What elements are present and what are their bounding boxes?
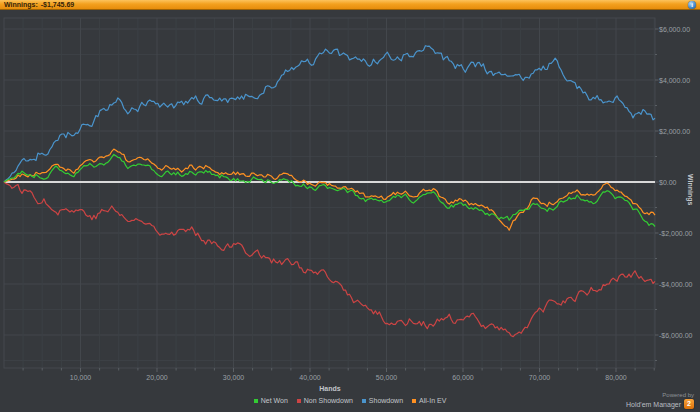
winnings-chart: 10,00020,00030,00040,00050,00060,00070,0… [0, 0, 700, 412]
y-tick-label: -$4,000.00 [659, 281, 693, 288]
y-tick-label: -$6,000.00 [659, 332, 693, 339]
brand-name: Hold'em Manager [626, 401, 681, 408]
x-tick-label: 30,000 [223, 374, 245, 381]
legend-label: All-In EV [419, 397, 446, 405]
y-tick-label: -$2,000.00 [659, 230, 693, 237]
legend-item-showdown[interactable]: Showdown [362, 397, 403, 405]
x-tick-label: 80,000 [605, 374, 627, 381]
legend-label: Showdown [369, 397, 403, 405]
legend-swatch [362, 399, 366, 403]
x-tick-label: 40,000 [299, 374, 321, 381]
y-tick-label: $4,000.00 [659, 77, 690, 84]
winnings-graph-window: Winnings: -$1,745.69 i 10,00020,00030,00… [0, 0, 700, 412]
powered-by-text: Powered by [626, 392, 694, 398]
legend-swatch [297, 399, 301, 403]
legend-swatch [412, 399, 416, 403]
legend-label: Net Won [261, 397, 288, 405]
y-axis-title: Winnings [687, 158, 694, 222]
legend-item-all-in-ev[interactable]: All-In EV [412, 397, 446, 405]
grid [4, 18, 655, 368]
y-tick-label: $6,000.00 [659, 26, 690, 33]
y-tick-label: $0.00 [659, 179, 677, 186]
hm2-badge-icon: 2 [684, 399, 694, 409]
x-tick-label: 10,000 [70, 374, 92, 381]
legend-item-non-showdown[interactable]: Non Showdown [297, 397, 353, 405]
legend-item-net-won[interactable]: Net Won [254, 397, 288, 405]
y-tick-label: $2,000.00 [659, 128, 690, 135]
legend-swatch [254, 399, 258, 403]
legend-label: Non Showdown [304, 397, 353, 405]
powered-by: Powered by Hold'em Manager 2 [626, 392, 694, 409]
x-tick-label: 70,000 [529, 374, 551, 381]
x-axis-title: Hands [0, 385, 660, 392]
x-tick-label: 50,000 [376, 374, 398, 381]
x-tick-label: 20,000 [146, 374, 168, 381]
x-tick-label: 60,000 [452, 374, 474, 381]
legend: Net WonNon ShowdownShowdownAll-In EV [0, 397, 700, 405]
